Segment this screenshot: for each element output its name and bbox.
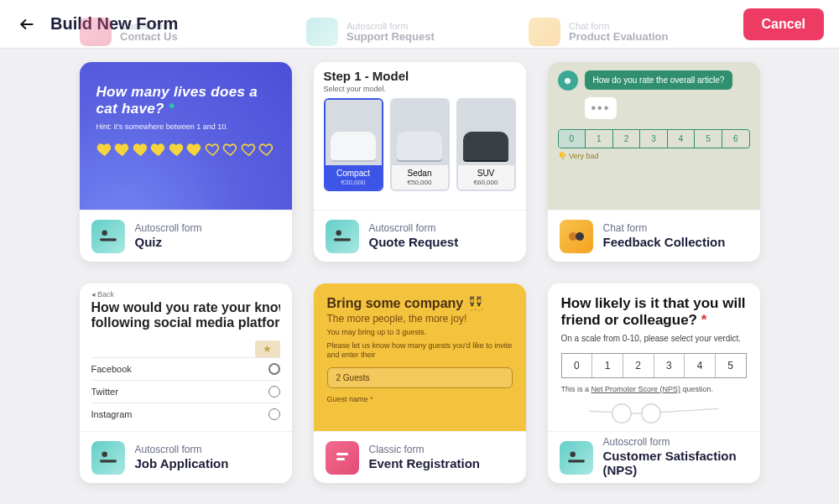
nps-cell: 3 (640, 130, 668, 148)
template-meta: Autoscroll form Job Application (80, 431, 292, 483)
template-name: Customer Satisfaction (NPS) (603, 449, 748, 478)
model-option: SUV€60,000 (456, 98, 516, 191)
heart-icon (114, 141, 131, 158)
typing-icon: ••• (585, 97, 618, 119)
svg-rect-2 (100, 238, 117, 241)
template-card-quote[interactable]: Step 1 - Model Select your model. Compac… (314, 62, 526, 262)
nps-cell: 1 (586, 130, 613, 148)
nps-cell: 1 (592, 354, 623, 377)
svg-rect-9 (336, 453, 348, 455)
nps-cell: 0 (559, 130, 586, 148)
template-preview: ◂ Back How would you rate your knowledge… (80, 283, 292, 431)
template-preview: How likely is it that you will recommend… (548, 283, 760, 431)
peek-card: Chat form Product Evaluation (529, 18, 668, 46)
form-icon (306, 18, 338, 46)
arrow-left-icon (18, 16, 35, 33)
heart-icon (186, 141, 203, 158)
model-picker: Compact€30,000Sedan€50,000SUV€60,000 (324, 98, 516, 191)
template-name: Quiz (135, 235, 202, 249)
star-icon: ★ (255, 340, 280, 357)
svg-point-7 (102, 451, 107, 457)
template-preview: How many lives does a cat have? * Hint: … (80, 62, 292, 210)
svg-rect-8 (100, 460, 117, 462)
template-category: Autoscroll form (603, 437, 748, 449)
heart-icon (133, 141, 149, 158)
required-icon: * (701, 312, 707, 328)
nps-cell: 2 (613, 130, 641, 148)
heart-icon (150, 141, 167, 158)
radio-icon (268, 363, 280, 375)
template-preview: ☻ How do you rate the overall article? •… (548, 62, 760, 210)
template-category: Autoscroll form (135, 223, 202, 235)
matrix-row: Instagram (91, 403, 280, 425)
template-category: Classic form (369, 444, 481, 456)
nps-scale: 012345 (561, 353, 747, 378)
nps-cell: 3 (654, 354, 685, 377)
template-card-quiz[interactable]: How many lives does a cat have? * Hint: … (80, 62, 292, 262)
heart-icon (258, 141, 275, 158)
required-icon: * (169, 101, 175, 117)
svg-point-11 (612, 404, 630, 423)
template-name: Event Registration (369, 456, 481, 470)
autoscroll-icon (560, 441, 593, 475)
template-card-job[interactable]: ◂ Back How would you rate your knowledge… (80, 283, 292, 483)
nps-cell: 5 (695, 130, 722, 148)
svg-line-14 (589, 411, 612, 412)
nps-cell: 4 (685, 354, 716, 377)
nps-scale: 0123456 (558, 129, 750, 148)
template-name: Quote Request (369, 235, 459, 249)
template-grid: How many lives does a cat have? * Hint: … (80, 62, 760, 483)
heart-icon (96, 141, 113, 158)
nps-cell: 0 (562, 354, 593, 377)
page-title: Build New Form (50, 14, 178, 34)
svg-point-16 (570, 451, 576, 457)
svg-point-3 (336, 230, 341, 236)
model-option: Sedan€50,000 (390, 98, 450, 191)
template-card-event[interactable]: Bring some company 👯 The more people, th… (314, 283, 526, 483)
back-button[interactable] (15, 13, 39, 36)
matrix-row: Twitter (91, 380, 280, 403)
template-name: Feedback Collection (603, 235, 726, 249)
svg-rect-4 (334, 238, 351, 241)
model-option: Compact€30,000 (324, 98, 383, 191)
template-category: Autoscroll form (369, 223, 459, 235)
heart-icon (241, 141, 258, 158)
radio-icon (268, 408, 280, 420)
svg-line-15 (660, 408, 718, 412)
classic-icon (326, 441, 359, 475)
heart-icon (222, 141, 239, 158)
avatar-icon: ☻ (558, 70, 578, 91)
svg-rect-17 (568, 460, 585, 462)
template-meta: Classic form Event Registration (314, 431, 526, 483)
svg-point-6 (576, 232, 584, 241)
autoscroll-icon (326, 220, 359, 253)
matrix-rows: FacebookTwitterInstagram (91, 357, 280, 425)
nps-cell: 4 (668, 130, 696, 148)
autoscroll-icon (91, 220, 125, 253)
template-preview: Step 1 - Model Select your model. Compac… (314, 62, 526, 210)
heart-icon (205, 141, 221, 158)
svg-point-1 (102, 230, 107, 236)
guests-input: 2 Guests (327, 367, 513, 388)
required-icon: * (370, 395, 373, 403)
chat-icon (560, 220, 593, 253)
heart-rating (96, 141, 275, 158)
template-card-feedback[interactable]: ☻ How do you rate the overall article? •… (548, 62, 760, 262)
nps-cell: 2 (623, 354, 654, 377)
heart-icon (169, 141, 185, 158)
template-category: Chat form (603, 223, 726, 235)
peek-card: Autoscroll form Support Request (306, 18, 435, 46)
svg-rect-10 (336, 458, 345, 460)
matrix-row: Facebook (91, 357, 280, 380)
template-meta: Autoscroll form Quiz (80, 210, 292, 262)
template-name: Job Application (135, 456, 229, 470)
form-icon (529, 18, 560, 46)
template-card-nps[interactable]: How likely is it that you will recommend… (548, 283, 760, 483)
nps-cell: 6 (722, 130, 749, 148)
template-meta: Autoscroll form Quote Request (314, 210, 526, 262)
cancel-button[interactable]: Cancel (743, 8, 824, 40)
template-preview: Bring some company 👯 The more people, th… (314, 283, 526, 431)
glasses-icon (561, 402, 747, 425)
svg-point-12 (641, 404, 659, 423)
template-grid-wrapper: How many lives does a cat have? * Hint: … (0, 49, 839, 483)
